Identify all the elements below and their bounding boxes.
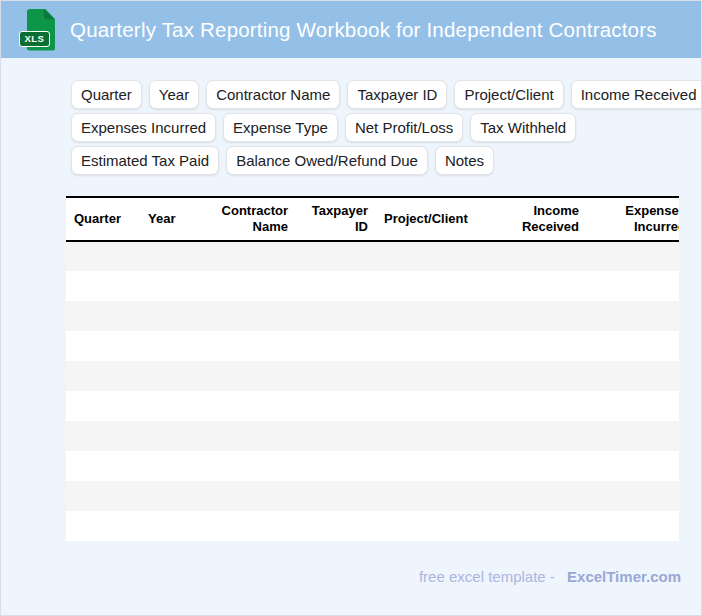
- table-cell: [587, 241, 679, 271]
- table-cell: [140, 391, 203, 421]
- page-title: Quarterly Tax Reporting Workbook for Ind…: [70, 18, 657, 42]
- table-cell: [203, 391, 296, 421]
- table-cell: [296, 361, 376, 391]
- table-cell: [296, 331, 376, 361]
- table-cell: [376, 241, 497, 271]
- table-row: [66, 451, 679, 481]
- table-cell: [376, 301, 497, 331]
- field-chip[interactable]: Quarter: [71, 80, 142, 109]
- field-chip[interactable]: Taxpayer ID: [347, 80, 447, 109]
- table-header-row: QuarterYearContractor NameTaxpayer IDPro…: [66, 197, 679, 241]
- field-chip[interactable]: Income Received: [571, 80, 702, 109]
- table-cell: [66, 301, 140, 331]
- table-cell: [497, 451, 587, 481]
- table-cell: [203, 361, 296, 391]
- table-cell: [296, 391, 376, 421]
- field-chip[interactable]: Year: [149, 80, 199, 109]
- table-cell: [203, 511, 296, 541]
- table-cell: [376, 271, 497, 301]
- table-cell: [140, 421, 203, 451]
- table-cell: [203, 331, 296, 361]
- table-row: [66, 331, 679, 361]
- table-row: [66, 391, 679, 421]
- table-cell: [296, 511, 376, 541]
- table-cell: [497, 511, 587, 541]
- field-chip[interactable]: Project/Client: [454, 80, 563, 109]
- column-header: Income Received: [497, 197, 587, 241]
- table-cell: [66, 271, 140, 301]
- chip-row: Estimated Tax PaidBalance Owed/Refund Du…: [71, 146, 689, 175]
- table-cell: [66, 241, 140, 271]
- table-row: [66, 481, 679, 511]
- table-cell: [587, 391, 679, 421]
- table-row: [66, 271, 679, 301]
- table-cell: [587, 511, 679, 541]
- field-chip[interactable]: Expenses Incurred: [71, 113, 216, 142]
- table-cell: [376, 511, 497, 541]
- table-cell: [587, 271, 679, 301]
- table-cell: [497, 391, 587, 421]
- table-cell: [376, 331, 497, 361]
- table-cell: [66, 481, 140, 511]
- table-cell: [140, 451, 203, 481]
- table-cell: [497, 271, 587, 301]
- template-preview-page: XLS Quarterly Tax Reporting Workbook for…: [0, 0, 702, 616]
- chip-row: Expenses IncurredExpense TypeNet Profit/…: [71, 113, 689, 142]
- table-cell: [66, 421, 140, 451]
- column-header: Expenses Incurred: [587, 197, 679, 241]
- table-cell: [203, 301, 296, 331]
- table-cell: [587, 421, 679, 451]
- table-cell: [140, 331, 203, 361]
- table-cell: [376, 421, 497, 451]
- table-row: [66, 361, 679, 391]
- table-cell: [497, 241, 587, 271]
- field-chip[interactable]: Contractor Name: [206, 80, 340, 109]
- table-cell: [66, 511, 140, 541]
- table-cell: [66, 361, 140, 391]
- table-cell: [140, 361, 203, 391]
- table-cell: [376, 361, 497, 391]
- worksheet-table: QuarterYearContractor NameTaxpayer IDPro…: [66, 196, 679, 541]
- column-header: Contractor Name: [203, 197, 296, 241]
- table-row: [66, 511, 679, 541]
- table-cell: [66, 331, 140, 361]
- table-cell: [140, 271, 203, 301]
- table-cell: [140, 511, 203, 541]
- table-cell: [497, 331, 587, 361]
- table-cell: [66, 451, 140, 481]
- table-cell: [296, 421, 376, 451]
- table-cell: [296, 481, 376, 511]
- field-chip[interactable]: Expense Type: [223, 113, 338, 142]
- table-cell: [140, 481, 203, 511]
- xls-file-icon: XLS: [17, 7, 57, 53]
- footer-brand-link[interactable]: ExcelTimer.com: [567, 568, 681, 585]
- field-chip[interactable]: Tax Withheld: [470, 113, 576, 142]
- field-chip[interactable]: Balance Owed/Refund Due: [226, 146, 428, 175]
- table-cell: [376, 391, 497, 421]
- table-row: [66, 241, 679, 271]
- table-cell: [140, 301, 203, 331]
- table-cell: [140, 241, 203, 271]
- worksheet-preview: QuarterYearContractor NameTaxpayer IDPro…: [66, 196, 679, 541]
- title-bar: XLS Quarterly Tax Reporting Workbook for…: [1, 1, 701, 58]
- chip-row: QuarterYearContractor NameTaxpayer IDPro…: [71, 80, 689, 109]
- table-cell: [203, 421, 296, 451]
- table-cell: [587, 301, 679, 331]
- table-cell: [203, 271, 296, 301]
- table-cell: [497, 481, 587, 511]
- footer-label: free excel template -: [419, 568, 555, 585]
- table-cell: [296, 451, 376, 481]
- table-cell: [203, 481, 296, 511]
- table-cell: [376, 481, 497, 511]
- field-chip[interactable]: Estimated Tax Paid: [71, 146, 219, 175]
- column-header: Project/Client: [376, 197, 497, 241]
- table-cell: [587, 331, 679, 361]
- table-row: [66, 301, 679, 331]
- table-cell: [587, 451, 679, 481]
- field-chip[interactable]: Notes: [435, 146, 494, 175]
- table-cell: [296, 271, 376, 301]
- field-chip[interactable]: Net Profit/Loss: [345, 113, 463, 142]
- table-cell: [497, 361, 587, 391]
- column-header: Quarter: [66, 197, 140, 241]
- table-cell: [203, 241, 296, 271]
